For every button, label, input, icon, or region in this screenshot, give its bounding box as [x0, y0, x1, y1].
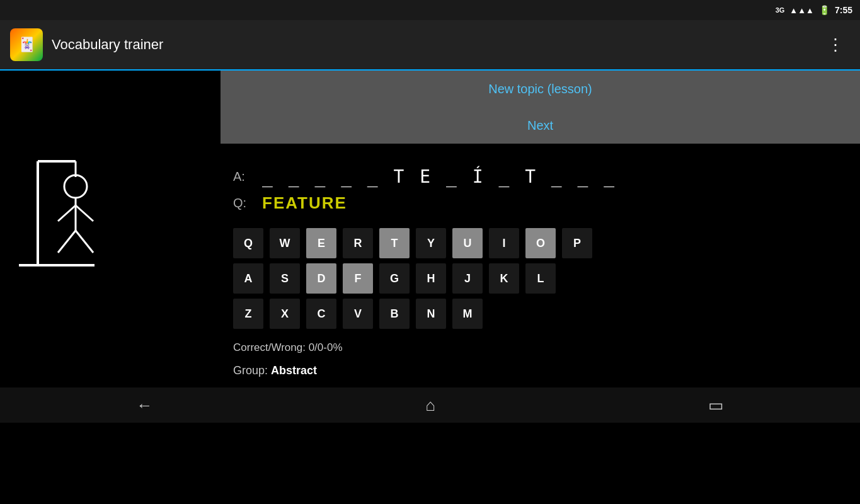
battery-icon: 🔋: [819, 5, 830, 15]
key-x[interactable]: X: [270, 299, 300, 329]
key-b[interactable]: B: [379, 299, 410, 329]
top-area: New topic (lesson) Next: [0, 71, 860, 144]
status-bar: 3G ▲▲▲ 🔋 7:55: [0, 0, 860, 20]
key-e[interactable]: E: [306, 228, 336, 258]
content-row: A: _ _ _ _ _ T E _ Í _ T _ _ _ Q: FEATUR…: [0, 144, 860, 387]
key-l[interactable]: L: [525, 263, 556, 294]
key-d[interactable]: D: [306, 263, 336, 294]
key-o[interactable]: O: [525, 228, 556, 258]
question-row: Q: FEATURE: [233, 193, 847, 213]
back-button[interactable]: ←: [117, 391, 171, 420]
signal-label: 3G: [776, 6, 785, 14]
svg-line-9: [76, 231, 93, 253]
key-a[interactable]: A: [233, 263, 263, 294]
key-g[interactable]: G: [379, 263, 410, 294]
app-icon: 🃏: [10, 28, 43, 61]
svg-point-4: [64, 175, 87, 198]
question-label: Q:: [233, 196, 252, 210]
key-m[interactable]: M: [452, 299, 483, 329]
signal-icon: ▲▲▲: [789, 6, 814, 15]
key-row: ZXCVBNM: [233, 299, 847, 329]
key-c[interactable]: C: [306, 299, 336, 329]
svg-line-8: [58, 231, 76, 253]
app-bar: 🃏 Vocabulary trainer ⋮: [0, 20, 860, 71]
key-t[interactable]: T: [379, 228, 410, 258]
question-text: FEATURE: [262, 193, 347, 213]
game-content: A: _ _ _ _ _ T E _ Í _ T _ _ _ Q: FEATUR…: [221, 144, 860, 387]
key-s[interactable]: S: [270, 263, 300, 294]
key-r[interactable]: R: [343, 228, 373, 258]
hangman-top-spacer: [0, 71, 221, 144]
hangman-area: [0, 144, 221, 387]
key-j[interactable]: J: [452, 263, 483, 294]
key-v[interactable]: V: [343, 299, 373, 329]
key-p[interactable]: P: [562, 228, 592, 258]
stats: Correct/Wrong: 0/0-0%: [233, 341, 847, 354]
clock: 7:55: [835, 5, 852, 15]
answer-label: A:: [233, 169, 252, 184]
new-topic-button[interactable]: New topic (lesson): [221, 71, 860, 107]
app-title: Vocabulary trainer: [52, 37, 822, 53]
key-i[interactable]: I: [489, 228, 519, 258]
bottom-nav: ← ⌂ ▭: [0, 387, 860, 423]
group-label: Group:: [233, 364, 268, 377]
recents-button[interactable]: ▭: [689, 391, 743, 420]
hangman-svg: [13, 149, 101, 275]
key-f[interactable]: F: [343, 263, 373, 294]
key-y[interactable]: Y: [416, 228, 446, 258]
next-button[interactable]: Next: [221, 107, 860, 144]
keyboard: QWERTYUIOPASDFGHJKLZXCVBNM: [233, 228, 847, 329]
answer-row: A: _ _ _ _ _ T E _ Í _ T _ _ _: [233, 166, 847, 187]
home-button[interactable]: ⌂: [406, 391, 454, 420]
key-row: QWERTYUIOP: [233, 228, 847, 258]
key-z[interactable]: Z: [233, 299, 263, 329]
right-buttons: New topic (lesson) Next: [221, 71, 860, 144]
app-icon-graphic: 🃏: [18, 37, 35, 53]
key-row: ASDFGHJKL: [233, 263, 847, 294]
key-w[interactable]: W: [270, 228, 300, 258]
svg-line-6: [58, 205, 76, 221]
key-n[interactable]: N: [416, 299, 446, 329]
group-name: Abstract: [271, 364, 317, 377]
answer-text: _ _ _ _ _ T E _ Í _ T _ _ _: [262, 166, 617, 187]
key-u[interactable]: U: [452, 228, 483, 258]
svg-line-7: [76, 205, 93, 221]
key-q[interactable]: Q: [233, 228, 263, 258]
key-h[interactable]: H: [416, 263, 446, 294]
key-k[interactable]: K: [489, 263, 519, 294]
group-row: Group: Abstract: [233, 364, 847, 377]
menu-button[interactable]: ⋮: [822, 30, 850, 60]
